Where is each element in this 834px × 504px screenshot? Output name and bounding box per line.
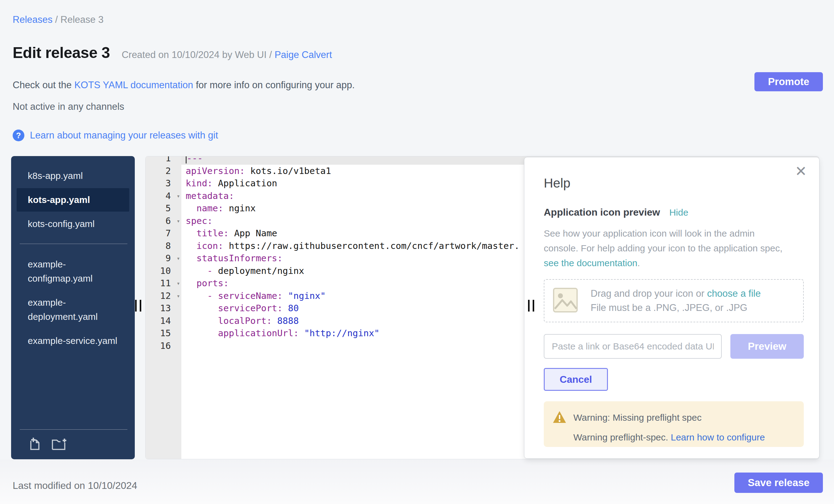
question-circle-icon: ? [13, 130, 24, 141]
file-list: k8s-app.yamlkots-app.yamlkots-config.yam… [11, 163, 135, 353]
gutter-line-4: 4▾ [146, 190, 181, 202]
sidebar-item-k8s-app.yaml[interactable]: k8s-app.yaml [17, 164, 129, 188]
description-text: See how your application icon will look … [544, 228, 783, 253]
promote-button[interactable]: Promote [754, 72, 823, 91]
icon-dropzone[interactable]: Drag and drop your icon or choose a file… [544, 279, 804, 322]
help-panel: ✕ Help Application icon preview Hide See… [524, 157, 819, 459]
sidebar-item-example-deployment.yaml[interactable]: example-deployment.yaml [17, 291, 129, 328]
file-group-divider [20, 244, 127, 244]
fold-toggle-icon[interactable]: ▾ [177, 290, 180, 302]
breadcrumb-current: Release 3 [61, 14, 104, 25]
file-sidebar: k8s-app.yamlkots-app.yamlkots-config.yam… [11, 156, 135, 459]
icon-preview-description: See how your application icon will look … [544, 226, 783, 270]
learn-how-to-configure-link[interactable]: Learn how to configure [671, 432, 765, 442]
gutter-line-12: 12▾ [146, 290, 181, 302]
see-documentation-link[interactable]: see the documentation [544, 258, 638, 268]
icon-url-input[interactable] [544, 334, 722, 359]
dropzone-line2-text: File must be a .PNG, .JPEG, or .JPG [591, 302, 761, 313]
channel-status: Not active in any channels [13, 101, 124, 112]
created-text: Created on 10/10/2024 by Web UI / [122, 49, 275, 60]
gutter-line-10: 10 [146, 265, 181, 277]
sidebar-item-example-configmap.yaml[interactable]: example-configmap.yaml [17, 253, 129, 290]
sidebar-resize-handle[interactable] [135, 300, 141, 311]
save-release-button[interactable]: Save release [734, 473, 823, 493]
gutter-line-1: 1 [146, 156, 181, 165]
gutter-line-11: 11▾ [146, 277, 181, 290]
title-row: Edit release 3 Created on 10/10/2024 by … [13, 44, 332, 62]
doc-hint: Check out the KOTS YAML documentation fo… [13, 80, 355, 91]
gutter-line-6: 6▾ [146, 215, 181, 227]
dropzone-line1-text: Drag and drop your icon or [591, 288, 707, 299]
icon-preview-section-title: Application icon preview [544, 207, 660, 218]
gutter-line-2: 2 [146, 165, 181, 177]
new-folder-icon[interactable] [50, 436, 67, 451]
fold-toggle-icon[interactable]: ▾ [177, 277, 180, 290]
help-panel-title: Help [544, 176, 804, 191]
git-releases-link[interactable]: Learn about managing your releases with … [30, 130, 218, 141]
gutter-lines: 1234▾56▾789▾1011▾12▾13141516 [146, 156, 181, 352]
fold-toggle-icon[interactable]: ▾ [177, 190, 180, 202]
cancel-button[interactable]: Cancel [544, 368, 608, 391]
editor-gutter: 1234▾56▾789▾1011▾12▾13141516 [146, 156, 181, 459]
created-info: Created on 10/10/2024 by Web UI / Paige … [122, 49, 332, 61]
gutter-line-16: 16 [146, 339, 181, 352]
created-author-link[interactable]: Paige Calvert [275, 49, 332, 60]
sidebar-item-kots-config.yaml[interactable]: kots-config.yaml [17, 212, 129, 236]
gutter-line-13: 13 [146, 302, 181, 314]
fold-toggle-icon[interactable]: ▾ [177, 215, 180, 227]
preflight-warning: Warning: Missing preflight spec Warning … [544, 401, 804, 447]
footer-bar: Last modified on 10/10/2024 Save release [0, 460, 834, 504]
gutter-line-3: 3 [146, 177, 181, 190]
help-panel-resize-handle[interactable] [528, 300, 534, 311]
doc-hint-prefix: Check out the [13, 80, 74, 90]
doc-hint-suffix: for more info on configuring your app. [193, 80, 355, 90]
warning-body-text: Warning preflight-spec. [573, 432, 671, 442]
description-period: . [638, 258, 640, 268]
image-placeholder-icon [552, 287, 578, 314]
sidebar-bottom [11, 429, 135, 459]
gutter-line-7: 7 [146, 227, 181, 240]
breadcrumb-separator: / [52, 14, 61, 25]
git-help-row: ? Learn about managing your releases wit… [13, 130, 218, 141]
last-modified-text: Last modified on 10/10/2024 [13, 480, 137, 491]
warning-title: Warning: Missing preflight spec [573, 412, 702, 423]
breadcrumb-releases-link[interactable]: Releases [13, 14, 52, 25]
warning-triangle-icon [552, 411, 567, 425]
page-title: Edit release 3 [13, 44, 110, 62]
hide-link[interactable]: Hide [669, 207, 688, 218]
preview-button[interactable]: Preview [730, 334, 804, 359]
breadcrumb: Releases / Release 3 [13, 14, 104, 25]
dropzone-text: Drag and drop your icon or choose a file… [591, 288, 761, 313]
fold-toggle-icon[interactable]: ▾ [177, 252, 180, 265]
gutter-line-5: 5 [146, 202, 181, 215]
sidebar-item-example-service.yaml[interactable]: example-service.yaml [17, 329, 129, 353]
gutter-line-8: 8 [146, 240, 181, 252]
gutter-line-15: 15 [146, 327, 181, 339]
new-file-icon[interactable] [28, 436, 43, 451]
choose-a-file-link[interactable]: choose a file [707, 288, 761, 299]
gutter-line-14: 14 [146, 314, 181, 327]
gutter-line-9: 9▾ [146, 252, 181, 265]
sidebar-item-kots-app.yaml[interactable]: kots-app.yaml [17, 188, 129, 212]
kots-yaml-doc-link[interactable]: KOTS YAML documentation [74, 80, 193, 90]
close-icon[interactable]: ✕ [795, 164, 807, 178]
